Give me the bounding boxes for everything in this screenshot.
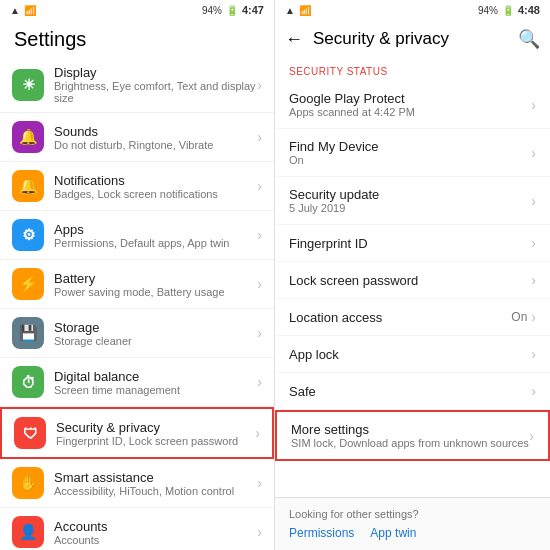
location-access-title: Location access [289, 310, 511, 325]
left-status-bar: ▲ 📶 94% 🔋 4:47 [0, 0, 274, 20]
right-item-safe[interactable]: Safe › [275, 373, 550, 410]
right-panel-title: Security & privacy [313, 29, 518, 49]
fingerprint-id-title: Fingerprint ID [289, 236, 531, 251]
settings-item-security-privacy[interactable]: 🛡 Security & privacy Fingerprint ID, Loc… [0, 407, 274, 459]
storage-subtitle: Storage cleaner [54, 335, 257, 347]
notifications-title: Notifications [54, 173, 257, 188]
settings-item-accounts[interactable]: 👤 Accounts Accounts › [0, 508, 274, 550]
right-settings-list: Google Play Protect Apps scanned at 4:42… [275, 81, 550, 497]
accounts-chevron: › [257, 524, 262, 540]
sounds-icon: 🔔 [12, 121, 44, 153]
left-panel: ▲ 📶 94% 🔋 4:47 Settings ☀ Display Bright… [0, 0, 275, 550]
notifications-chevron: › [257, 178, 262, 194]
security-privacy-title: Security & privacy [56, 420, 255, 435]
smart-assistance-chevron: › [257, 475, 262, 491]
google-play-protect-chevron: › [531, 97, 536, 113]
back-button[interactable]: ← [285, 29, 303, 50]
right-status-bar: ▲ 📶 94% 🔋 4:48 [275, 0, 550, 20]
notifications-icon: 🔔 [12, 170, 44, 202]
lock-screen-password-title: Lock screen password [289, 273, 531, 288]
right-panel: ▲ 📶 94% 🔋 4:48 ← Security & privacy 🔍 SE… [275, 0, 550, 550]
safe-chevron: › [531, 383, 536, 399]
security-privacy-icon: 🛡 [14, 417, 46, 449]
display-title: Display [54, 65, 257, 80]
right-item-location-access[interactable]: Location access On › [275, 299, 550, 336]
security-update-chevron: › [531, 193, 536, 209]
accounts-subtitle: Accounts [54, 534, 257, 546]
right-item-app-lock[interactable]: App lock › [275, 336, 550, 373]
time-left: 4:47 [242, 4, 264, 16]
google-play-protect-subtitle: Apps scanned at 4:42 PM [289, 106, 531, 118]
battery-subtitle: Power saving mode, Battery usage [54, 286, 257, 298]
accounts-icon: 👤 [12, 516, 44, 548]
battery-percent-right: 94% [478, 5, 498, 16]
settings-item-display[interactable]: ☀ Display Brightness, Eye comfort, Text … [0, 57, 274, 113]
settings-item-sounds[interactable]: 🔔 Sounds Do not disturb, Ringtone, Vibra… [0, 113, 274, 162]
settings-item-notifications[interactable]: 🔔 Notifications Badges, Lock screen noti… [0, 162, 274, 211]
settings-item-smart-assistance[interactable]: ✋ Smart assistance Accessibility, HiTouc… [0, 459, 274, 508]
display-subtitle: Brightness, Eye comfort, Text and displa… [54, 80, 257, 104]
right-item-find-my-device[interactable]: Find My Device On › [275, 129, 550, 177]
time-right: 4:48 [518, 4, 540, 16]
search-icon[interactable]: 🔍 [518, 28, 540, 50]
battery-icon-right: 🔋 [502, 5, 514, 16]
looking-for-label: Looking for other settings? [289, 508, 536, 520]
display-icon: ☀ [12, 69, 44, 101]
right-signal-icon: 📶 [299, 5, 311, 16]
settings-item-battery[interactable]: ⚡ Battery Power saving mode, Battery usa… [0, 260, 274, 309]
accounts-title: Accounts [54, 519, 257, 534]
right-item-google-play-protect[interactable]: Google Play Protect Apps scanned at 4:42… [275, 81, 550, 129]
battery-icon-left: 🔋 [226, 5, 238, 16]
more-settings-subtitle: SIM lock, Download apps from unknown sou… [291, 437, 529, 449]
right-wifi-icon: ▲ [285, 5, 295, 16]
settings-list: ☀ Display Brightness, Eye comfort, Text … [0, 57, 274, 550]
apps-subtitle: Permissions, Default apps, App twin [54, 237, 257, 249]
left-status-icons: ▲ 📶 [10, 5, 36, 16]
storage-icon: 💾 [12, 317, 44, 349]
location-access-value: On [511, 310, 527, 324]
fingerprint-id-chevron: › [531, 235, 536, 251]
more-settings-title: More settings [291, 422, 529, 437]
sounds-subtitle: Do not disturb, Ringtone, Vibrate [54, 139, 257, 151]
find-my-device-title: Find My Device [289, 139, 531, 154]
security-update-subtitle: 5 July 2019 [289, 202, 531, 214]
settings-title: Settings [0, 20, 274, 57]
location-access-chevron: › [531, 309, 536, 325]
digital-balance-subtitle: Screen time management [54, 384, 257, 396]
security-privacy-chevron: › [255, 425, 260, 441]
battery-icon: ⚡ [12, 268, 44, 300]
looking-for-box: Looking for other settings? PermissionsA… [275, 497, 550, 550]
settings-item-apps[interactable]: ⚙ Apps Permissions, Default apps, App tw… [0, 211, 274, 260]
right-item-more-settings[interactable]: More settings SIM lock, Download apps fr… [275, 410, 550, 461]
smart-assistance-title: Smart assistance [54, 470, 257, 485]
app-lock-title: App lock [289, 347, 531, 362]
digital-balance-title: Digital balance [54, 369, 257, 384]
right-status-left-icons: ▲ 📶 [285, 5, 311, 16]
more-settings-chevron: › [529, 428, 534, 444]
settings-item-digital-balance[interactable]: ⏱ Digital balance Screen time management… [0, 358, 274, 407]
settings-item-storage[interactable]: 💾 Storage Storage cleaner › [0, 309, 274, 358]
sounds-chevron: › [257, 129, 262, 145]
app-lock-chevron: › [531, 346, 536, 362]
looking-for-links: PermissionsApp twin [289, 526, 536, 540]
display-chevron: › [257, 77, 262, 93]
right-item-fingerprint-id[interactable]: Fingerprint ID › [275, 225, 550, 262]
find-my-device-chevron: › [531, 145, 536, 161]
signal-icon: 📶 [24, 5, 36, 16]
right-status-right: 94% 🔋 4:48 [478, 4, 540, 16]
smart-assistance-icon: ✋ [12, 467, 44, 499]
lock-screen-password-chevron: › [531, 272, 536, 288]
apps-icon: ⚙ [12, 219, 44, 251]
looking-for-link-app-twin[interactable]: App twin [370, 526, 416, 540]
digital-balance-icon: ⏱ [12, 366, 44, 398]
notifications-subtitle: Badges, Lock screen notifications [54, 188, 257, 200]
battery-percent-left: 94% [202, 5, 222, 16]
right-item-security-update[interactable]: Security update 5 July 2019 › [275, 177, 550, 225]
battery-title: Battery [54, 271, 257, 286]
safe-title: Safe [289, 384, 531, 399]
security-status-header: SECURITY STATUS [275, 58, 550, 81]
looking-for-link-permissions[interactable]: Permissions [289, 526, 354, 540]
sounds-title: Sounds [54, 124, 257, 139]
right-item-lock-screen-password[interactable]: Lock screen password › [275, 262, 550, 299]
storage-title: Storage [54, 320, 257, 335]
